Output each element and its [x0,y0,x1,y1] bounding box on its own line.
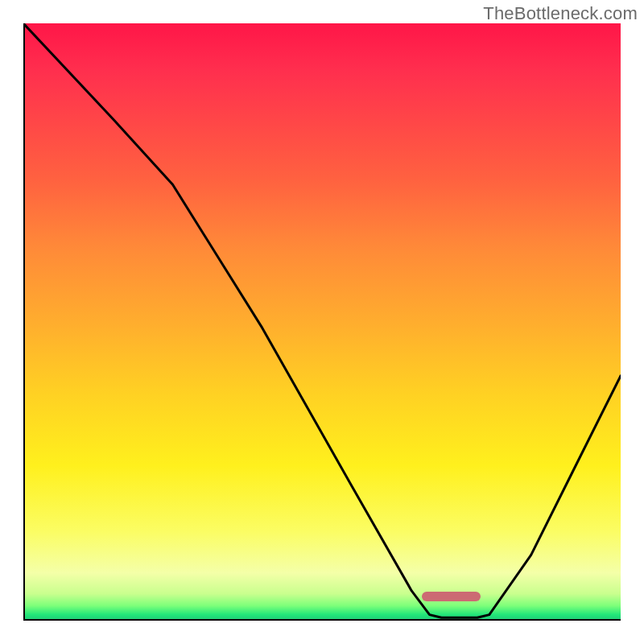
watermark-label: TheBottleneck.com [483,3,638,24]
x-axis [23,619,621,621]
plot-area [23,23,621,621]
bottleneck-curve [23,23,621,621]
optimal-marker [422,592,481,601]
y-axis [23,23,25,621]
curve-path [23,23,621,617]
chart-container: TheBottleneck.com [0,0,644,644]
